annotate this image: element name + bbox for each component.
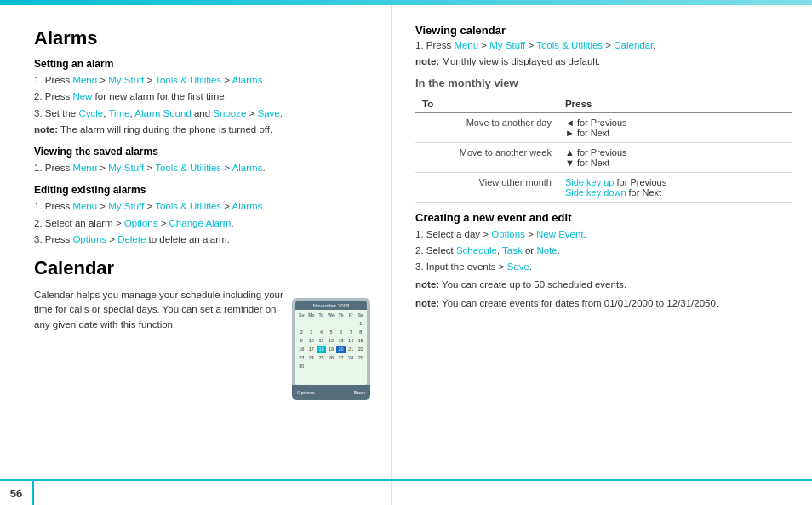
day-fr: Fr	[346, 312, 356, 319]
mystuff-link-3: My Stuff	[108, 201, 144, 211]
editing-alarms-block: Editing existing alarms 1. Press Menu > …	[34, 184, 370, 247]
schedule-link: Schedule	[456, 245, 497, 255]
cal-days-header: Su Mo Tu We Th Fr Sa	[297, 312, 365, 319]
monthly-view-title: In the monthly view	[415, 77, 792, 89]
side-key-down-link: Side key down	[565, 187, 626, 198]
table-row: Move to another day ◄ for Previous► for …	[415, 112, 792, 142]
options-link-2: Options	[72, 234, 106, 244]
row3-press: Side key up for Previous Side key down f…	[558, 172, 792, 202]
phone-footer: Options Back	[292, 385, 370, 400]
new-link: New	[72, 91, 92, 101]
day-tu: Tu	[317, 312, 326, 319]
phone-calendar-grid: Su Mo Tu We Th Fr Sa	[295, 310, 367, 373]
calendar-description: Calendar helps you manage your schedule …	[34, 288, 283, 332]
table-row: View other month Side key up for Previou…	[415, 172, 792, 202]
tools-link-2: Tools & Utilities	[155, 163, 221, 173]
alarms-link-3: Alarms	[232, 201, 263, 211]
monthly-view-block: In the monthly view To Press Move to ano…	[415, 77, 792, 203]
table-row: Move to another week ▲ for Previous▼ for…	[415, 142, 792, 172]
tools-link-3: Tools & Utilities	[155, 201, 221, 211]
monthly-view-table: To Press Move to another day ◄ for Previ…	[415, 95, 792, 203]
tools-link-vc: Tools & Utilities	[536, 40, 603, 50]
menu-link-3: Menu	[72, 201, 97, 211]
editing-subtitle: Editing existing alarms	[34, 184, 370, 196]
snooze-link: Snooze	[213, 108, 246, 118]
create-step-3: 3. Input the events > Save.	[415, 260, 792, 274]
create-step-2: 2. Select Schedule, Task or Note.	[415, 244, 792, 258]
editing-step-2: 2. Select an alarm > Options > Change Al…	[34, 216, 370, 231]
page-container: Alarms Setting an alarm 1. Press Menu > …	[0, 0, 812, 505]
col-to-header: To	[415, 95, 558, 112]
phone-header: November 2008	[295, 301, 367, 310]
setting-step-3: 3. Set the Cycle, Time, Alarm Sound and …	[34, 106, 370, 121]
editing-step-3: 3. Press Options > Delete to delete an a…	[34, 232, 370, 247]
calendar-link-vc: Calendar	[614, 40, 653, 50]
viewing-cal-step: 1. Press Menu > My Stuff > Tools & Utili…	[415, 38, 792, 53]
side-key-up-link: Side key up	[565, 177, 614, 187]
page-number-bar: 56	[0, 479, 812, 505]
creating-event-block: Creating a new event and edit 1. Select …	[415, 211, 792, 311]
options-link-1: Options	[124, 218, 158, 228]
row3-to: View other month	[415, 172, 558, 202]
row1-press: ◄ for Previous► for Next	[558, 112, 792, 142]
phone-screen: November 2008 Su Mo Tu We Th Fr	[295, 301, 367, 385]
alarm-sound-link: Alarm Sound	[134, 108, 191, 118]
cal-week-2: 2 3 4 5 6 7 8	[297, 329, 365, 336]
create-step-1: 1. Select a day > Options > New Event.	[415, 227, 792, 242]
setting-step-1: 1. Press Menu > My Stuff > Tools & Utili…	[34, 73, 370, 88]
cycle-link: Cycle	[78, 108, 103, 118]
options-link-ce: Options	[491, 229, 525, 239]
viewing-saved-subtitle: Viewing the saved alarms	[34, 146, 370, 158]
day-sa: Sa	[356, 312, 365, 319]
alarms-link-1: Alarms	[232, 75, 263, 85]
menu-link-1: Menu	[72, 75, 97, 85]
calendar-body-text: Calendar helps you manage your schedule …	[34, 288, 283, 400]
cal-week-5: 23 24 25 26 27 28 29	[297, 354, 365, 362]
new-event-link: New Event	[536, 229, 584, 239]
editing-step-1: 1. Press Menu > My Stuff > Tools & Utili…	[34, 199, 370, 214]
alarms-section: Alarms Setting an alarm 1. Press Menu > …	[34, 27, 370, 247]
setting-alarm-block: Setting an alarm 1. Press Menu > My Stuf…	[34, 58, 370, 137]
viewing-cal-note: note: Monthly view is displayed as defau…	[415, 55, 792, 69]
alarms-link-2: Alarms	[232, 163, 263, 173]
cal-week-4: 16 17 18 19 20 21 22	[297, 346, 365, 353]
tools-link-1: Tools & Utilities	[155, 75, 221, 85]
phone-back-label: Back	[354, 390, 365, 395]
time-link: Time	[108, 108, 129, 118]
row1-to: Move to another day	[415, 112, 558, 142]
setting-alarm-subtitle: Setting an alarm	[34, 58, 370, 70]
calendar-section: Calendar Calendar helps you manage your …	[34, 257, 370, 400]
top-accent-bar	[0, 0, 812, 5]
page-number: 56	[0, 481, 34, 505]
phone-options-label: Options	[297, 390, 315, 395]
left-column: Alarms Setting an alarm 1. Press Menu > …	[0, 0, 392, 505]
cal-week-1: 1	[297, 320, 365, 328]
phone-mockup: November 2008 Su Mo Tu We Th Fr	[292, 298, 370, 400]
row2-to: Move to another week	[415, 142, 558, 172]
setting-step-2: 2. Press New for new alarm for the first…	[34, 89, 370, 104]
viewing-step-1: 1. Press Menu > My Stuff > Tools & Utili…	[34, 161, 370, 175]
setting-note: note: The alarm will ring during the pho…	[34, 123, 370, 137]
cal-week-6: 30	[297, 363, 365, 370]
cal-week-3: 9 10 11 12 13 14 15	[297, 337, 365, 345]
right-column: Viewing calendar 1. Press Menu > My Stuf…	[392, 0, 812, 505]
phone-month-label: November 2008	[313, 303, 350, 308]
viewing-saved-block: Viewing the saved alarms 1. Press Menu >…	[34, 146, 370, 175]
delete-link: Delete	[117, 234, 146, 244]
day-th: Th	[336, 312, 346, 319]
viewing-calendar-title: Viewing calendar	[415, 24, 792, 37]
col-press-header: Press	[558, 95, 792, 112]
creating-event-title: Creating a new event and edit	[415, 211, 792, 224]
viewing-calendar-block: Viewing calendar 1. Press Menu > My Stuf…	[415, 24, 792, 70]
mystuff-link-1: My Stuff	[108, 75, 144, 85]
row2-press: ▲ for Previous▼ for Next	[558, 142, 792, 172]
note-link: Note	[536, 245, 557, 255]
task-link: Task	[502, 245, 523, 255]
menu-link-vc: Menu	[454, 40, 478, 50]
create-note-1: note: You can create up to 50 scheduled …	[415, 278, 792, 292]
mystuff-link-vc: My Stuff	[489, 40, 525, 50]
day-we: We	[327, 312, 336, 319]
save-link-1: Save	[257, 108, 279, 118]
mystuff-link-2: My Stuff	[108, 163, 144, 173]
day-mo: Mo	[307, 312, 317, 319]
